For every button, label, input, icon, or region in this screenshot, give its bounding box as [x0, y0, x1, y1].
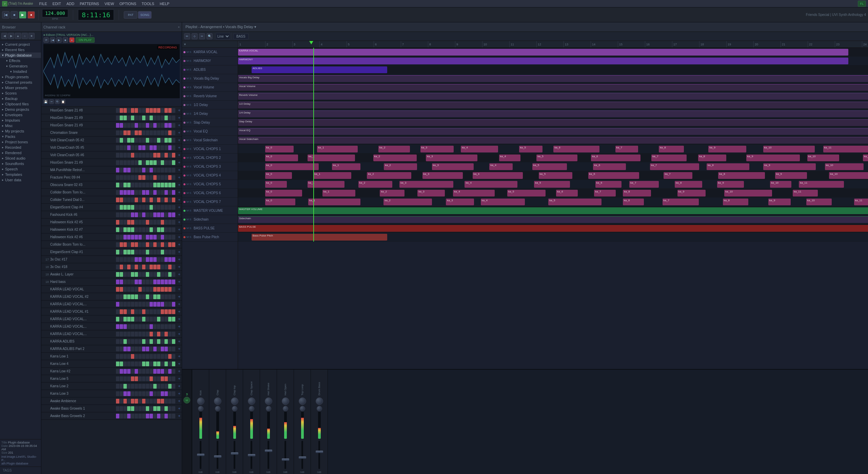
- step-26-1[interactable]: [120, 302, 123, 307]
- step-17-2[interactable]: [123, 235, 127, 240]
- step-20-15[interactable]: [172, 257, 175, 262]
- step-6-4[interactable]: [131, 153, 134, 158]
- strip-knob-pan-5[interactable]: [282, 397, 289, 405]
- step-25-13[interactable]: [164, 294, 168, 299]
- wf-cut[interactable]: ✂: [49, 99, 54, 104]
- step-25-1[interactable]: [120, 294, 123, 299]
- track-mute-2[interactable]: M: [186, 68, 189, 71]
- step-33-2[interactable]: [123, 354, 127, 359]
- step-15-8[interactable]: [146, 220, 149, 225]
- step-18-6[interactable]: [138, 242, 142, 247]
- step-12-3[interactable]: [127, 198, 131, 202]
- step-22-10[interactable]: [153, 272, 157, 277]
- step-23-9[interactable]: [150, 280, 153, 284]
- step-12-9[interactable]: [150, 198, 153, 202]
- step-37-11[interactable]: [157, 384, 160, 389]
- step-39-15[interactable]: [172, 399, 175, 404]
- step-12-0[interactable]: [116, 198, 119, 202]
- step-36-0[interactable]: [116, 376, 119, 381]
- step-29-9[interactable]: [150, 324, 153, 329]
- step-14-8[interactable]: [146, 212, 149, 217]
- step-23-5[interactable]: [135, 280, 138, 284]
- track-solo-6[interactable]: S: [190, 103, 191, 106]
- step-10-15[interactable]: [172, 183, 175, 187]
- channel-row-37[interactable]: Karra Low 2 +: [41, 383, 182, 390]
- step-2-1[interactable]: [120, 123, 123, 128]
- step-21-14[interactable]: [168, 265, 172, 269]
- step-23-3[interactable]: [127, 280, 131, 284]
- step-8-4[interactable]: [131, 168, 134, 172]
- step-24-11[interactable]: [157, 287, 160, 292]
- step-41-1[interactable]: [120, 414, 123, 418]
- step-41-9[interactable]: [150, 414, 153, 418]
- strip-knob-2-5[interactable]: [283, 406, 288, 411]
- arr-draw[interactable]: ✏: [184, 33, 190, 39]
- step-20-1[interactable]: [120, 257, 123, 262]
- ch-add-24[interactable]: +: [178, 287, 180, 292]
- step-25-9[interactable]: [150, 294, 153, 299]
- step-4-6[interactable]: [138, 138, 142, 143]
- step-22-3[interactable]: [127, 272, 131, 277]
- track-mute-8[interactable]: M: [186, 121, 189, 124]
- block-chop-17-8[interactable]: ka_8: [723, 199, 749, 205]
- tree-item-impulses[interactable]: ▸Impulses: [0, 118, 41, 123]
- step-33-1[interactable]: [120, 354, 123, 359]
- step-1-7[interactable]: [142, 116, 145, 120]
- block-chop-11-8[interactable]: ka_8: [659, 146, 684, 152]
- step-41-15[interactable]: [172, 414, 175, 418]
- step-17-7[interactable]: [142, 235, 145, 240]
- ch-add-4[interactable]: +: [178, 138, 180, 143]
- step-14-13[interactable]: [164, 212, 168, 217]
- step-41-11[interactable]: [157, 414, 160, 418]
- block-chop-12-9[interactable]: ka_9: [746, 154, 800, 161]
- block-chop-16-6[interactable]: ka_6: [556, 190, 578, 197]
- step-38-15[interactable]: [172, 391, 175, 396]
- block-auto-3[interactable]: Vocals Big Delay: [238, 75, 868, 82]
- step-26-10[interactable]: [153, 302, 157, 307]
- step-8-12[interactable]: [161, 168, 164, 172]
- step-27-8[interactable]: [146, 309, 149, 314]
- arr-zoom-in[interactable]: 🔍: [206, 33, 213, 39]
- step-12-11[interactable]: [157, 198, 160, 202]
- block-chop-16-0[interactable]: ka_0: [265, 190, 302, 197]
- step-22-12[interactable]: [161, 272, 164, 277]
- step-27-2[interactable]: [123, 309, 127, 314]
- track-mute-20[interactable]: M: [186, 227, 189, 230]
- step-30-3[interactable]: [127, 332, 131, 336]
- ch-add-39[interactable]: +: [178, 399, 180, 404]
- step-31-12[interactable]: [161, 339, 164, 344]
- step-30-14[interactable]: [168, 332, 172, 336]
- strip-knob-2-0[interactable]: [198, 406, 203, 411]
- strip-fader-track-1[interactable]: [217, 441, 218, 469]
- step-13-1[interactable]: [120, 205, 123, 210]
- step-2-13[interactable]: [164, 123, 168, 128]
- step-25-14[interactable]: [168, 294, 172, 299]
- ch-add-1[interactable]: +: [178, 116, 180, 120]
- step-13-2[interactable]: [123, 205, 127, 210]
- step-35-15[interactable]: [172, 369, 175, 374]
- block-chop-17-0[interactable]: ka_0: [265, 199, 295, 205]
- block-2[interactable]: ADLIBS: [252, 66, 387, 73]
- step-23-1[interactable]: [120, 280, 123, 284]
- step-13-0[interactable]: [116, 205, 119, 210]
- step-32-10[interactable]: [153, 347, 157, 351]
- step-32-13[interactable]: [164, 347, 168, 351]
- block-chop-14-8[interactable]: ka_8: [718, 172, 765, 179]
- step-28-8[interactable]: [146, 317, 149, 322]
- step-21-3[interactable]: [127, 265, 131, 269]
- step-12-5[interactable]: [135, 198, 138, 202]
- wf-copy[interactable]: ⧉: [55, 99, 60, 104]
- step-6-8[interactable]: [146, 153, 149, 158]
- pat-mode-button[interactable]: PAT: [124, 11, 137, 19]
- channel-row-21[interactable]: 18 3x Osc #18 +: [41, 263, 182, 271]
- step-20-8[interactable]: [146, 257, 149, 262]
- step-7-5[interactable]: [135, 160, 138, 165]
- step-28-0[interactable]: [116, 317, 119, 322]
- step-41-3[interactable]: [127, 414, 131, 418]
- step-30-10[interactable]: [153, 332, 157, 336]
- step-38-4[interactable]: [131, 391, 134, 396]
- ch-add-28[interactable]: +: [178, 317, 180, 322]
- channel-row-22[interactable]: 18 Awake L. Layer +: [41, 271, 182, 278]
- channel-row-18[interactable]: Collider Boom Tom Io... +: [41, 241, 182, 248]
- step-10-1[interactable]: [120, 183, 123, 187]
